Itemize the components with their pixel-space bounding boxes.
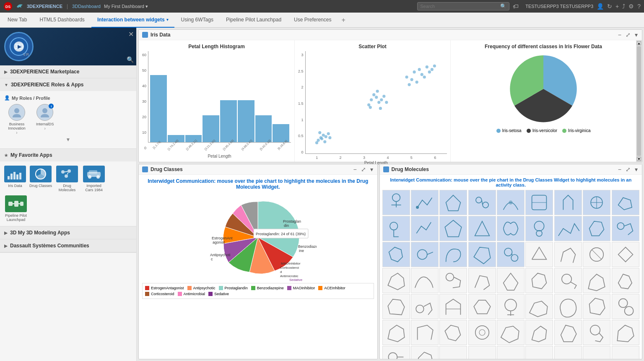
tab-new-tab[interactable]: New Tab: [2, 13, 33, 28]
drug-classes-minimize-btn[interactable]: −: [352, 166, 357, 173]
svg-point-108: [479, 330, 485, 335]
svg-rect-5: [10, 174, 13, 179]
sedative-color: [208, 292, 213, 296]
drug-classes-widget: Drug Classes − ⤢ ▾ Interwidget Communica…: [138, 164, 378, 359]
scroll-down-btn[interactable]: ▼: [637, 157, 641, 161]
svg-point-38: [380, 98, 383, 101]
svg-point-101: [416, 305, 424, 313]
drug-classes-widget-icon: [142, 166, 148, 172]
mol-cell-32: [497, 268, 525, 293]
mol-cell-26: [583, 242, 610, 267]
iris-minimize-btn[interactable]: −: [617, 31, 622, 38]
user-avatar-icon[interactable]: 👤: [597, 3, 604, 10]
svg-point-100: [562, 274, 571, 284]
histogram-x-labels: [1,1.74] [1.74,2.48] [2.48,3.21] [3.21,3…: [148, 143, 291, 146]
svg-point-94: [511, 255, 518, 261]
mol-cell-16: [554, 216, 582, 241]
svg-point-91: [418, 249, 427, 259]
mol-cell-34: [554, 268, 582, 293]
svg-point-107: [475, 326, 488, 339]
drug-molecules-label: Drug Molecules: [55, 184, 79, 192]
add-icon[interactable]: +: [615, 3, 619, 10]
search-box[interactable]: 🔍: [417, 2, 509, 10]
communities-header[interactable]: ▶ Dassault Systèmes Communities: [0, 239, 136, 252]
topbar-right: TESTUSERPP3 TESTUSERPP3 👤 ↻ + ⤴ ⚙ ?: [525, 3, 641, 10]
bookmark-icon[interactable]: 🏷: [513, 3, 519, 10]
mol-cell-47: [411, 320, 439, 345]
ds-3d-logo[interactable]: 3D V.R ▶: [4, 32, 34, 61]
modeling-apps-header[interactable]: ▶ 3D My 3D Modeling Apps: [0, 226, 136, 239]
tab-html5[interactable]: HTML5 Dashboards: [34, 13, 90, 28]
svg-rect-7: [16, 174, 18, 179]
svg-point-42: [369, 106, 371, 109]
apps-icon[interactable]: ⚙: [628, 3, 634, 10]
sidebar: 3D V.R ▶ ✕ 🔍 ▶ 3DEXPERIENCE Marketplace: [0, 28, 137, 361]
app-pipeline[interactable]: Pipeline Pilot Launchpad: [4, 195, 28, 222]
profile-arrow-2: ›: [44, 126, 46, 131]
tab-preferences[interactable]: Use Preferences: [288, 13, 337, 28]
scroll-up-btn[interactable]: ▲: [637, 41, 641, 45]
histogram-panel: Petal Length Histogram 60 50 40 30 20 10…: [139, 40, 295, 162]
marketplace-header[interactable]: ▶ 3DEXPERIENCE Marketplace: [0, 65, 136, 78]
drug-molecules-dropdown-btn[interactable]: ▾: [634, 166, 639, 173]
tab-pipeline[interactable]: Pipeline Pilot Launchpad: [220, 13, 287, 28]
iris-data-label: Iris Data: [8, 184, 22, 188]
svg-point-80: [509, 200, 512, 204]
mol-cell-52: [554, 320, 582, 345]
separator1: |: [67, 3, 68, 9]
drug-molecules-minimize-btn[interactable]: −: [617, 166, 622, 173]
drug-classes-expand-btn[interactable]: ⤢: [360, 166, 367, 173]
svg-point-10: [61, 170, 65, 174]
corticosteroid-color: [145, 292, 149, 296]
mol-cell-29: [411, 268, 439, 293]
mol-cell-62: [583, 346, 610, 359]
estrogen-color: [145, 286, 149, 290]
iris-scrollbar[interactable]: ▲ ▼: [636, 40, 642, 162]
svg-point-44: [379, 107, 382, 110]
profile-item-business[interactable]: Business Innovation ›: [4, 104, 29, 135]
mol-cell-9: [612, 190, 639, 215]
svg-line-79: [482, 200, 483, 205]
tab-dropdown-icon[interactable]: ▾: [166, 18, 169, 22]
expand-profiles-btn[interactable]: ▼: [4, 135, 132, 144]
communities-section: ▶ Dassault Systèmes Communities: [0, 239, 136, 252]
mol-cell-18: [612, 216, 639, 241]
username-label: TESTUSERPP3 TESTUSERPP3: [525, 4, 593, 9]
mol-cell-36: [612, 268, 639, 293]
svg-point-45: [405, 75, 408, 78]
tab-interaction[interactable]: Interaction between widgets ▾: [91, 13, 174, 28]
app-iris-data[interactable]: Iris Data: [4, 166, 26, 192]
favorite-apps-header[interactable]: ★ My Favorite Apps: [0, 149, 136, 161]
legend-setosa: Iris-setosa: [496, 128, 522, 133]
svg-point-28: [318, 131, 321, 134]
sidebar-search-btn[interactable]: 🔍: [127, 56, 134, 63]
svg-point-75: [416, 206, 419, 209]
app-drug-molecules[interactable]: Drug Molecules: [55, 166, 79, 192]
iris-expand-btn[interactable]: ⤢: [625, 31, 631, 38]
share-icon[interactable]: ⤴: [622, 3, 625, 10]
hist-bar-4: [203, 115, 219, 142]
iris-dropdown-btn[interactable]: ▾: [634, 31, 639, 38]
iris-widget-controls: − ⤢ ▾: [617, 31, 639, 38]
drug-molecules-expand-btn[interactable]: ⤢: [625, 166, 631, 173]
svg-point-27: [324, 135, 327, 138]
sidebar-close-btn[interactable]: ✕: [128, 30, 134, 38]
add-tab-button[interactable]: +: [338, 16, 348, 24]
app-imported-cars[interactable]: Imported Cars 1984: [82, 166, 106, 192]
search-input[interactable]: [420, 4, 500, 9]
maoinhibitor-color: [287, 286, 291, 290]
drug-classes-dropdown-btn[interactable]: ▾: [369, 166, 374, 173]
profile-item-internal[interactable]: i InternalDS ›: [36, 104, 54, 135]
svg-point-93: [504, 248, 512, 256]
mol-cell-33: [525, 268, 553, 293]
help-icon[interactable]: ?: [637, 3, 641, 10]
svg-point-43: [376, 90, 379, 93]
roles-header[interactable]: ▼ 3DEXPERIENCE Roles & Apps: [0, 78, 136, 91]
dashboard-name[interactable]: My First Dashboard ▾: [104, 4, 148, 9]
notifications-icon[interactable]: ↻: [607, 3, 612, 10]
profile-items: Business Innovation › i: [4, 104, 132, 135]
app-drug-classes[interactable]: Drug Classes: [29, 166, 52, 192]
svg-rect-8: [19, 173, 21, 179]
tab-6wtags[interactable]: Using 6WTags: [175, 13, 219, 28]
drug-molecules-widget-icon: [383, 166, 389, 172]
